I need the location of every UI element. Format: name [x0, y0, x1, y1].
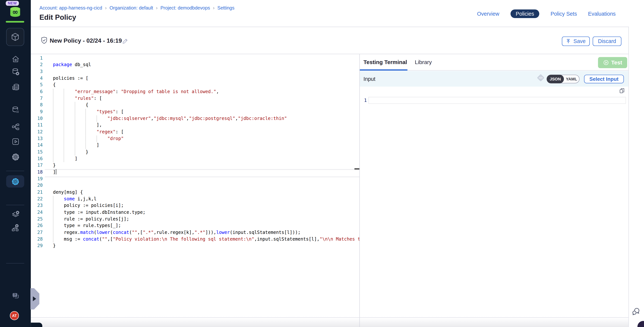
sidebar-item-assets[interactable]: [11, 83, 20, 91]
code-line[interactable]: 20: [31, 182, 360, 189]
overview-ruler-cursor-mark: [354, 168, 360, 170]
copy-icon[interactable]: [619, 87, 625, 94]
code-line[interactable]: 25 rule := policy.rules[j];: [31, 216, 360, 223]
sidebar-item-pipelines[interactable]: [11, 123, 20, 131]
code-line[interactable]: 23 policy := policies[i];: [31, 202, 360, 209]
input-editor-current-line[interactable]: [368, 97, 626, 103]
policy-header-bar: New Policy - 02/24 - 16:19 Save Discard: [31, 27, 628, 54]
code-line[interactable]: 15 }: [31, 149, 360, 155]
code-line[interactable]: 17}: [31, 162, 360, 169]
select-input-button[interactable]: Select Input: [584, 75, 624, 83]
toggle-json-selected[interactable]: JSON: [547, 75, 564, 83]
policy-editor-card: New Policy - 02/24 - 16:19 Save Discard …: [31, 27, 629, 327]
code-text: "error_message": "Dropping of table is n…: [53, 88, 219, 95]
code-line[interactable]: 10 "jdbc:sqlserver","jdbc:mysql","jdbc:p…: [31, 115, 360, 122]
sidebar-item-settings-active[interactable]: [6, 175, 24, 188]
governance-tabs: Overview Policies Policy Sets Evaluation…: [477, 9, 616, 18]
line-number: 15: [31, 149, 43, 155]
code-line[interactable]: 24 type := input.dbInstance.type;: [31, 209, 360, 216]
harness-logo[interactable]: ∞: [8, 6, 22, 18]
tab-policy-sets[interactable]: Policy Sets: [551, 10, 577, 17]
line-number: 26: [31, 223, 43, 229]
pipeline-tree-icon: [11, 123, 20, 131]
tab-library[interactable]: Library: [415, 59, 432, 65]
user-avatar[interactable]: AT: [10, 311, 19, 320]
code-line[interactable]: 8 {: [31, 102, 360, 109]
layers-gear-icon: [11, 211, 20, 219]
sidebar-item-environments[interactable]: [11, 211, 20, 219]
select-input-label: Select Input: [590, 76, 618, 82]
code-line[interactable]: 21deny[msg] {: [31, 189, 360, 196]
code-line[interactable]: 6 "error_message": "Dropping of table is…: [31, 88, 360, 95]
sidebar-item-db-settings[interactable]: [11, 68, 20, 76]
sidebar-item-executions[interactable]: [11, 137, 20, 146]
tab-overview[interactable]: Overview: [477, 10, 499, 17]
test-button[interactable]: Test: [598, 57, 627, 68]
code-line[interactable]: 22 some i,j,k,l: [31, 196, 360, 202]
code-line[interactable]: 28 msg := concat("",["Policy violation:\…: [31, 236, 360, 243]
code-line[interactable]: 16 ]: [31, 155, 360, 162]
code-line[interactable]: 27 regex.match(lower(concat("",[".*",rul…: [31, 229, 360, 236]
save-upload-icon: [566, 38, 572, 44]
code-line[interactable]: 11 ],: [31, 122, 360, 129]
code-editor[interactable]: 12package db_sql34policies := [5{6 "erro…: [31, 54, 360, 317]
code-line[interactable]: 29}: [31, 243, 360, 249]
chat-widget-blob[interactable]: [638, 321, 644, 327]
tab-evaluations[interactable]: Evaluations: [588, 10, 616, 17]
sidebar-item-infrastructure[interactable]: [11, 224, 20, 232]
code-line[interactable]: 1: [31, 55, 360, 62]
format-toggle: JSON YAML: [547, 75, 580, 83]
code-text: "regex": [: [53, 129, 124, 135]
code-line[interactable]: 12 "regex": [: [31, 129, 360, 135]
code-text: some i,j,k,l: [53, 196, 96, 202]
line-number: 11: [31, 122, 43, 129]
save-button[interactable]: Save: [562, 36, 590, 46]
active-tab-underline: [360, 69, 408, 71]
gear-icon: [11, 153, 20, 161]
editor-bottom-border: [31, 317, 629, 318]
code-line[interactable]: 7 "rules": [: [31, 95, 360, 102]
discard-button[interactable]: Discard: [592, 36, 621, 46]
code-editor-lines: 12package db_sql34policies := [5{6 "erro…: [31, 54, 360, 249]
toggle-yaml[interactable]: YAML: [564, 75, 579, 83]
code-line[interactable]: 3: [31, 68, 360, 75]
code-line[interactable]: 4policies := [: [31, 75, 360, 82]
code-line[interactable]: 13 "drop": [31, 135, 360, 142]
sidebar-item-db-instances[interactable]: [11, 106, 20, 114]
breadcrumb-separator: ›: [213, 5, 214, 10]
breadcrumb-separator: ›: [105, 5, 106, 10]
code-text: deny[msg] {: [53, 189, 83, 196]
chat-bubbles-icon[interactable]: [631, 307, 640, 317]
code-line[interactable]: 5{: [31, 82, 360, 88]
code-text: {: [53, 82, 56, 88]
code-line[interactable]: 14 ]: [31, 142, 360, 149]
sidebar-item-home[interactable]: [11, 55, 20, 63]
module-selector-button[interactable]: [6, 28, 24, 46]
code-text: type = rule.types[_];: [53, 223, 121, 229]
tab-testing-terminal[interactable]: Testing Terminal: [364, 59, 407, 65]
pane-divider[interactable]: [360, 54, 360, 327]
line-number: 5: [31, 82, 43, 88]
code-line[interactable]: 9 "types": [: [31, 109, 360, 115]
breadcrumb-project[interactable]: Project: demodbdevops: [160, 5, 210, 10]
line-number: 9: [31, 109, 43, 115]
code-line[interactable]: 2package db_sql: [31, 62, 360, 68]
assistant-nub[interactable]: [31, 323, 42, 327]
breadcrumb-settings[interactable]: Settings: [218, 5, 234, 10]
code-text: policies := [: [53, 75, 88, 82]
code-line[interactable]: 26 type = rule.types[_];: [31, 223, 360, 229]
breadcrumb-organization[interactable]: Organization: default: [110, 5, 153, 10]
line-number: 16: [31, 155, 43, 162]
code-text: "jdbc:sqlserver","jdbc:mysql","jdbc:post…: [53, 115, 287, 122]
code-text: }: [53, 243, 56, 249]
sidebar-item-config[interactable]: [11, 153, 20, 161]
code-line[interactable]: 18]: [31, 169, 360, 176]
play-circle-icon: [603, 60, 609, 66]
edit-name-icon[interactable]: [122, 38, 128, 44]
line-number: 10: [31, 115, 43, 122]
save-label: Save: [574, 38, 586, 44]
tab-policies-active[interactable]: Policies: [510, 9, 540, 18]
code-line[interactable]: 19: [31, 176, 360, 182]
help-button[interactable]: ?: [11, 292, 20, 300]
breadcrumb-account[interactable]: Account: app-harness-ng-cicd: [40, 5, 102, 10]
